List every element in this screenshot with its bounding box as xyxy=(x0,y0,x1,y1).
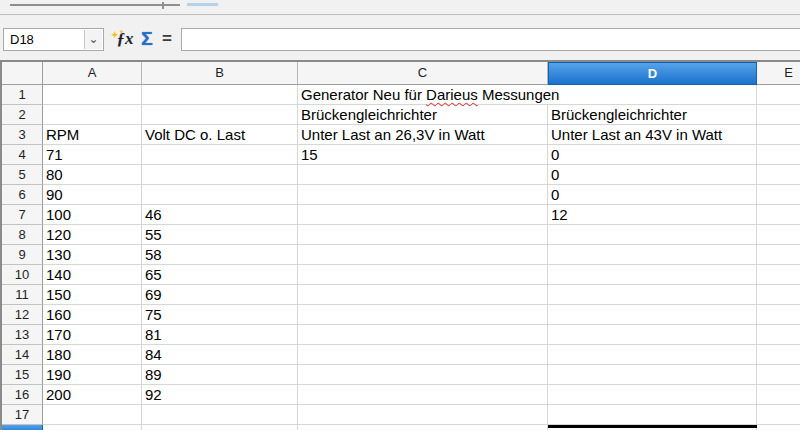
cell-B6[interactable] xyxy=(142,185,298,205)
column-header-E[interactable]: E xyxy=(757,62,800,85)
cell-C5[interactable] xyxy=(298,165,548,185)
cell-D5[interactable]: 0 xyxy=(548,165,757,185)
cell-A6[interactable]: 90 xyxy=(43,185,142,205)
cell-A2[interactable] xyxy=(43,105,142,125)
cell-A13[interactable]: 170 xyxy=(43,325,142,345)
cell-D15[interactable] xyxy=(548,365,757,385)
cell-C18-partial[interactable] xyxy=(298,425,548,430)
row-header-16[interactable]: 16 xyxy=(2,385,43,405)
row-header-2[interactable]: 2 xyxy=(2,105,43,125)
cell-B18-partial[interactable] xyxy=(142,425,298,430)
row-header-1[interactable]: 1 xyxy=(2,85,43,105)
cell-B16[interactable]: 92 xyxy=(142,385,298,405)
cell-C8[interactable] xyxy=(298,225,548,245)
cell-E11[interactable] xyxy=(757,285,800,305)
cell-A8[interactable]: 120 xyxy=(43,225,142,245)
cell-C15[interactable] xyxy=(298,365,548,385)
cell-E2[interactable] xyxy=(757,105,800,125)
name-box-dropdown-icon[interactable]: ⌄ xyxy=(84,30,102,49)
cell-B12[interactable]: 75 xyxy=(142,305,298,325)
cell-E15[interactable] xyxy=(757,365,800,385)
row-header-6[interactable]: 6 xyxy=(2,185,43,205)
cell-C3[interactable]: Unter Last an 26,3V in Watt xyxy=(298,125,548,145)
cell-A15[interactable]: 190 xyxy=(43,365,142,385)
cell-A16[interactable]: 200 xyxy=(43,385,142,405)
cell-C9[interactable] xyxy=(298,245,548,265)
cell-E13[interactable] xyxy=(757,325,800,345)
cell-D6[interactable]: 0 xyxy=(548,185,757,205)
row-header-17[interactable]: 17 xyxy=(2,405,43,425)
equals-icon[interactable]: = xyxy=(158,27,176,51)
cell-D7[interactable]: 12 xyxy=(548,205,757,225)
cell-C10[interactable] xyxy=(298,265,548,285)
cell-A3[interactable]: RPM xyxy=(43,125,142,145)
cell-A4[interactable]: 71 xyxy=(43,145,142,165)
cell-D12[interactable] xyxy=(548,305,757,325)
cell-E8[interactable] xyxy=(757,225,800,245)
cell-E5[interactable] xyxy=(757,165,800,185)
cell-B11[interactable]: 69 xyxy=(142,285,298,305)
column-header-D[interactable]: D xyxy=(548,62,757,85)
cell-D4[interactable]: 0 xyxy=(548,145,757,165)
column-header-A[interactable]: A xyxy=(43,62,142,85)
cell-B14[interactable]: 84 xyxy=(142,345,298,365)
cell-A12[interactable]: 160 xyxy=(43,305,142,325)
cell-D14[interactable] xyxy=(548,345,757,365)
cell-B4[interactable] xyxy=(142,145,298,165)
cell-C1[interactable]: Generator Neu für Darieus Messungen xyxy=(298,85,548,105)
cell-A11[interactable]: 150 xyxy=(43,285,142,305)
cell-D11[interactable] xyxy=(548,285,757,305)
row-header-13[interactable]: 13 xyxy=(2,325,43,345)
cell-C12[interactable] xyxy=(298,305,548,325)
cell-E6[interactable] xyxy=(757,185,800,205)
cell-D8[interactable] xyxy=(548,225,757,245)
column-header-B[interactable]: B xyxy=(142,62,298,85)
cell-B8[interactable]: 55 xyxy=(142,225,298,245)
cell-B3[interactable]: Volt DC o. Last xyxy=(142,125,298,145)
function-wizard-icon[interactable]: ✦ ✦ ƒx xyxy=(112,27,138,51)
row-header-10[interactable]: 10 xyxy=(2,265,43,285)
cell-E16[interactable] xyxy=(757,385,800,405)
cell-C16[interactable] xyxy=(298,385,548,405)
cell-A18-partial[interactable] xyxy=(43,425,142,430)
cell-D16[interactable] xyxy=(548,385,757,405)
cell-D17[interactable] xyxy=(548,405,757,425)
row-header-15[interactable]: 15 xyxy=(2,365,43,385)
cell-C6[interactable] xyxy=(298,185,548,205)
cell-E4[interactable] xyxy=(757,145,800,165)
row-header-9[interactable]: 9 xyxy=(2,245,43,265)
cell-E14[interactable] xyxy=(757,345,800,365)
cell-C14[interactable] xyxy=(298,345,548,365)
cell-D13[interactable] xyxy=(548,325,757,345)
cell-B13[interactable]: 81 xyxy=(142,325,298,345)
cell-B2[interactable] xyxy=(142,105,298,125)
cell-A17[interactable] xyxy=(43,405,142,425)
row-header-5[interactable]: 5 xyxy=(2,165,43,185)
column-header-C[interactable]: C xyxy=(298,62,548,85)
cell-C11[interactable] xyxy=(298,285,548,305)
cell-D10[interactable] xyxy=(548,265,757,285)
row-header-14[interactable]: 14 xyxy=(2,345,43,365)
cell-B10[interactable]: 65 xyxy=(142,265,298,285)
select-all-corner[interactable] xyxy=(2,62,43,85)
row-header-12[interactable]: 12 xyxy=(2,305,43,325)
cell-D3[interactable]: Unter Last an 43V in Watt xyxy=(548,125,757,145)
cell-C13[interactable] xyxy=(298,325,548,345)
row-header-11[interactable]: 11 xyxy=(2,285,43,305)
cell-D1[interactable] xyxy=(548,85,757,105)
cell-E10[interactable] xyxy=(757,265,800,285)
cell-C4[interactable]: 15 xyxy=(298,145,548,165)
formula-input[interactable] xyxy=(181,28,800,51)
cell-B1[interactable] xyxy=(142,85,298,105)
cell-B5[interactable] xyxy=(142,165,298,185)
cell-A5[interactable]: 80 xyxy=(43,165,142,185)
row-header-8[interactable]: 8 xyxy=(2,225,43,245)
row-header-4[interactable]: 4 xyxy=(2,145,43,165)
cell-A7[interactable]: 100 xyxy=(43,205,142,225)
sum-icon[interactable]: Σ xyxy=(138,27,156,51)
cell-B17[interactable] xyxy=(142,405,298,425)
cell-E18-partial[interactable] xyxy=(757,425,800,430)
name-box[interactable]: D18 ⌄ xyxy=(3,28,104,51)
cell-C2[interactable]: Brückengleichrichter xyxy=(298,105,548,125)
cell-D2[interactable]: Brückengleichrichter xyxy=(548,105,757,125)
